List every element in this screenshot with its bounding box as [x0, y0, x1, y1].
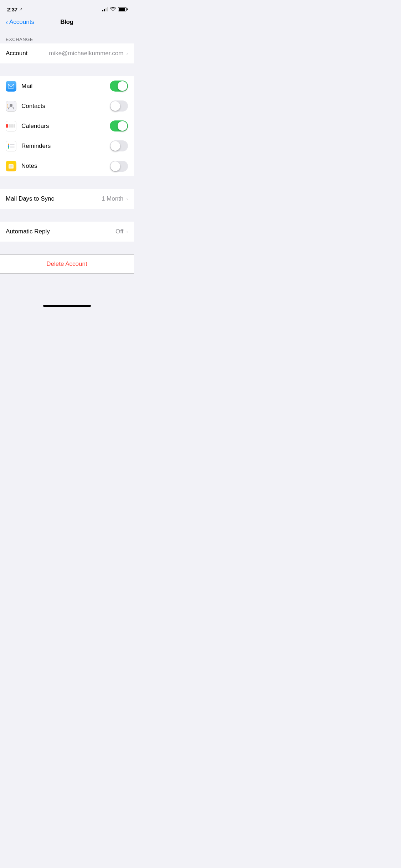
contacts-icon: [6, 101, 16, 112]
delete-account-row[interactable]: Delete Account: [0, 255, 134, 273]
calendars-row: Calendars: [0, 116, 134, 136]
notes-row: Notes: [0, 156, 134, 176]
section-gap-1: [0, 63, 134, 76]
calendars-label: Calendars: [21, 123, 110, 130]
reminders-icon: [6, 141, 16, 151]
calendars-icon: [6, 121, 16, 131]
signal-bar-4: [107, 7, 108, 11]
mail-days-label: Mail Days to Sync: [6, 195, 102, 202]
exchange-section: Account mike@michaelkummer.com ›: [0, 43, 134, 63]
calendars-toggle-knob: [118, 121, 127, 131]
status-time: 2:37: [7, 6, 17, 12]
mail-days-row[interactable]: Mail Days to Sync 1 Month ›: [0, 189, 134, 209]
svg-rect-0: [8, 84, 14, 88]
account-row[interactable]: Account mike@michaelkummer.com ›: [0, 43, 134, 63]
account-label: Account: [6, 50, 49, 57]
page-title: Blog: [60, 19, 73, 26]
contacts-row: Contacts: [0, 96, 134, 116]
exchange-section-header: EXCHANGE: [0, 34, 134, 43]
bottom-spacer: [0, 274, 134, 302]
notes-icon: [6, 161, 16, 171]
notes-label: Notes: [21, 162, 110, 170]
contacts-toggle[interactable]: [110, 100, 128, 112]
svg-point-9: [8, 147, 9, 149]
svg-rect-4: [7, 107, 8, 108]
account-chevron-icon: ›: [126, 51, 128, 56]
delete-account-section: Delete Account: [0, 254, 134, 274]
toggles-section: Mail Contacts: [0, 76, 134, 176]
mail-toggle[interactable]: [110, 81, 128, 92]
auto-reply-value: Off: [115, 228, 123, 235]
mail-label: Mail: [21, 83, 110, 90]
reminders-row: Reminders: [0, 136, 134, 156]
auto-reply-label: Automatic Reply: [6, 228, 115, 235]
reminders-toggle[interactable]: [110, 140, 128, 151]
back-label: Accounts: [9, 19, 34, 26]
mail-days-section: Mail Days to Sync 1 Month ›: [0, 189, 134, 209]
status-bar: 2:37 ↗: [0, 0, 134, 16]
signal-bar-3: [106, 8, 107, 11]
svg-rect-2: [7, 104, 8, 105]
auto-reply-section: Automatic Reply Off ›: [0, 222, 134, 242]
contacts-label: Contacts: [21, 103, 110, 110]
calendars-toggle[interactable]: [110, 120, 128, 131]
mail-icon: [6, 81, 16, 92]
reminders-label: Reminders: [21, 143, 110, 150]
section-gap-4: [0, 242, 134, 254]
mail-days-chevron-icon: ›: [126, 196, 128, 202]
section-gap-3: [0, 209, 134, 222]
reminders-toggle-knob: [110, 141, 120, 151]
home-indicator: [0, 302, 134, 310]
section-gap-top: [0, 30, 134, 34]
auto-reply-row[interactable]: Automatic Reply Off ›: [0, 222, 134, 242]
account-value: mike@michaelkummer.com: [49, 50, 123, 57]
mail-toggle-knob: [118, 81, 127, 91]
back-button[interactable]: ‹ Accounts: [6, 19, 34, 26]
wifi-icon: [110, 6, 116, 12]
delete-account-label: Delete Account: [46, 260, 87, 268]
signal-bar-1: [102, 10, 103, 11]
back-chevron-icon: ‹: [6, 19, 8, 25]
home-bar: [43, 305, 91, 307]
battery-fill: [119, 8, 125, 11]
svg-point-5: [8, 144, 9, 145]
svg-point-7: [8, 145, 9, 147]
svg-point-1: [10, 104, 12, 107]
location-icon: ↗: [19, 7, 22, 12]
notes-toggle[interactable]: [110, 161, 128, 172]
section-gap-2: [0, 176, 134, 189]
signal-bars: [102, 7, 108, 11]
mail-days-value: 1 Month: [102, 195, 123, 202]
mail-row: Mail: [0, 76, 134, 96]
svg-rect-3: [7, 105, 8, 107]
contacts-toggle-knob: [110, 101, 120, 111]
signal-bar-2: [104, 9, 105, 11]
auto-reply-chevron-icon: ›: [126, 229, 128, 234]
notes-toggle-knob: [110, 161, 120, 171]
battery-icon: [118, 7, 127, 11]
nav-bar: ‹ Accounts Blog: [0, 16, 134, 30]
